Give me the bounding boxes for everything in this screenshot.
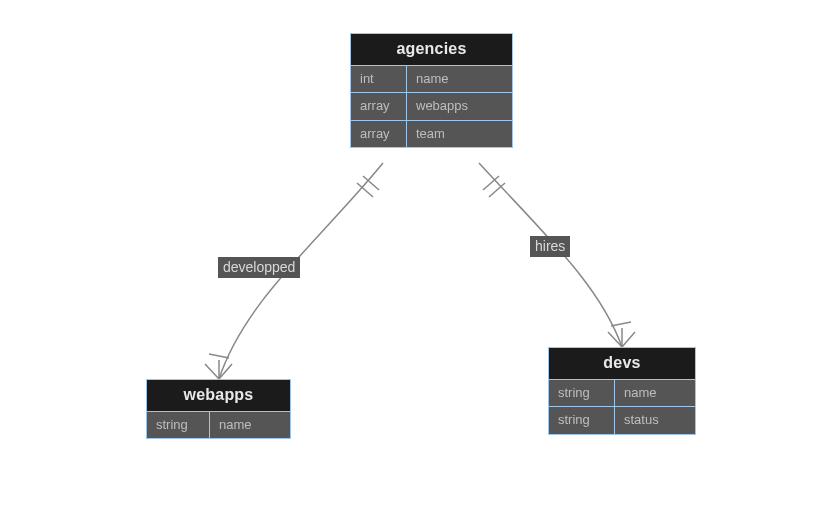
field-type: array [351, 93, 406, 119]
entity-devs-row: string status [549, 406, 695, 433]
entity-agencies-row: array team [351, 120, 512, 147]
entity-webapps-title: webapps [147, 380, 290, 411]
rel-label-hires: hires [530, 236, 570, 257]
rel-label-developped: developped [218, 257, 300, 278]
field-name: status [614, 407, 695, 433]
field-type: string [549, 407, 614, 433]
entity-agencies-row: array webapps [351, 92, 512, 119]
field-type: int [351, 66, 406, 92]
rel-hires-many-bar [611, 322, 631, 326]
field-name: name [209, 412, 290, 438]
rel-hires-one-bar2 [489, 183, 505, 197]
entity-devs-row: string name [549, 379, 695, 406]
field-name: team [406, 121, 512, 147]
rel-developped-one-bar1 [363, 176, 379, 190]
field-type: string [147, 412, 209, 438]
field-type: string [549, 380, 614, 406]
field-name: name [614, 380, 695, 406]
rel-developped-crowfoot [205, 360, 232, 379]
entity-webapps-row: string name [147, 411, 290, 438]
rel-developped-one-bar2 [357, 183, 373, 197]
rel-developped-many-bar [209, 354, 229, 358]
entity-devs-title: devs [549, 348, 695, 379]
field-name: webapps [406, 93, 512, 119]
entity-devs: devs string name string status [548, 347, 696, 435]
field-type: array [351, 121, 406, 147]
rel-hires-one-bar1 [483, 176, 499, 190]
rel-hires-crowfoot [608, 328, 635, 347]
field-name: name [406, 66, 512, 92]
entity-agencies-row: int name [351, 65, 512, 92]
entity-agencies: agencies int name array webapps array te… [350, 33, 513, 148]
entity-webapps: webapps string name [146, 379, 291, 439]
entity-agencies-title: agencies [351, 34, 512, 65]
